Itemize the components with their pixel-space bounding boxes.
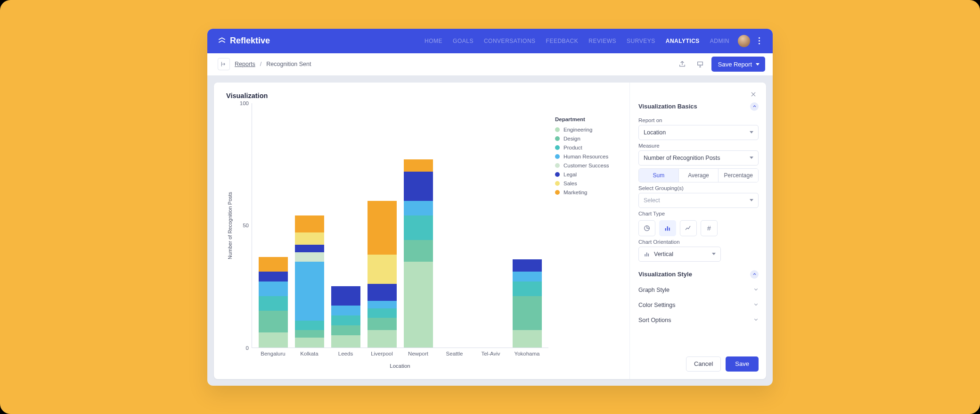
legend-item[interactable]: Product xyxy=(555,145,620,150)
bar-newport[interactable] xyxy=(404,159,433,348)
bar-segment xyxy=(368,330,397,347)
grouping-select[interactable]: Select xyxy=(638,193,759,208)
bar-segment xyxy=(404,240,433,262)
chart-type-pie[interactable] xyxy=(638,220,655,236)
nav-links: HOMEGOALSCONVERSATIONSFEEDBACKREVIEWSSUR… xyxy=(425,38,729,44)
bar-segment xyxy=(295,215,324,232)
top-nav: Reflektive HOMEGOALSCONVERSATIONSFEEDBAC… xyxy=(207,29,773,53)
bar-bengaluru[interactable] xyxy=(259,257,288,348)
bar-yokohama[interactable] xyxy=(513,259,542,347)
bar-segment xyxy=(404,159,433,172)
bar-segment xyxy=(259,282,288,296)
nav-admin[interactable]: ADMIN xyxy=(710,38,729,44)
bar-segment xyxy=(295,338,324,348)
report-on-select[interactable]: Location xyxy=(638,125,759,140)
bar-segment xyxy=(368,308,397,318)
bar-segment xyxy=(295,262,324,320)
chart-type-number[interactable]: # xyxy=(701,220,718,236)
nav-goals[interactable]: GOALS xyxy=(453,38,474,44)
bar-segment xyxy=(368,255,397,284)
bar-segment xyxy=(331,286,360,306)
legend-swatch xyxy=(555,127,560,132)
legend-item[interactable]: Engineering xyxy=(555,127,620,132)
bar-segment xyxy=(368,318,397,330)
bar-segment xyxy=(404,201,433,215)
style-row-color-settings[interactable]: Color Settings xyxy=(638,298,759,313)
present-icon[interactable] xyxy=(694,58,707,71)
style-row-sort-options[interactable]: Sort Options xyxy=(638,313,759,328)
bar-segment xyxy=(259,296,288,311)
style-row-graph-style[interactable]: Graph Style xyxy=(638,282,759,298)
x-tick: Yokohama xyxy=(512,351,542,356)
close-icon[interactable] xyxy=(748,89,759,99)
bar-segment xyxy=(259,332,288,347)
legend-swatch xyxy=(555,145,560,150)
nav-reviews[interactable]: REVIEWS xyxy=(588,38,616,44)
measure-label: Measure xyxy=(638,143,759,149)
share-icon[interactable] xyxy=(676,58,689,71)
chevron-up-icon[interactable] xyxy=(750,270,759,279)
legend-item[interactable]: Human Resources xyxy=(555,154,620,159)
card: Visualization Number of Recognition Post… xyxy=(214,83,766,379)
chevron-up-icon[interactable] xyxy=(750,102,759,111)
x-tick: Kolkata xyxy=(294,351,324,356)
nav-surveys[interactable]: SURVEYS xyxy=(627,38,655,44)
agg-percentage[interactable]: Percentage xyxy=(718,169,758,182)
nav-analytics[interactable]: ANALYTICS xyxy=(666,38,700,44)
agg-average[interactable]: Average xyxy=(678,169,719,182)
bar-segment xyxy=(368,284,397,301)
bar-segment xyxy=(259,257,288,272)
legend-item[interactable]: Customer Success xyxy=(555,163,620,168)
bar-segment xyxy=(259,272,288,282)
breadcrumb-reports[interactable]: Reports xyxy=(235,61,255,67)
x-tick: Bengaluru xyxy=(258,351,288,356)
bar-leeds[interactable] xyxy=(331,286,360,348)
x-tick: Seattle xyxy=(440,351,469,356)
chart-type-label: Chart Type xyxy=(638,211,759,216)
nav-home[interactable]: HOME xyxy=(425,38,442,44)
agg-sum[interactable]: Sum xyxy=(639,169,678,182)
nav-feedback[interactable]: FEEDBACK xyxy=(546,38,579,44)
avatar[interactable] xyxy=(738,35,750,47)
cancel-button[interactable]: Cancel xyxy=(686,356,721,372)
caret-down-icon xyxy=(750,199,753,201)
save-report-button[interactable]: Save Report xyxy=(711,57,765,72)
chart-plot xyxy=(252,103,548,348)
legend-swatch xyxy=(555,181,560,186)
legend-swatch xyxy=(555,190,560,195)
legend-swatch xyxy=(555,163,560,168)
aggregate-toggle: SumAveragePercentage xyxy=(638,168,759,182)
legend-item[interactable]: Design xyxy=(555,136,620,141)
chevron-down-icon xyxy=(753,317,759,323)
nav-conversations[interactable]: CONVERSATIONS xyxy=(484,38,536,44)
chart-type-line[interactable] xyxy=(680,220,697,236)
overflow-menu-icon[interactable] xyxy=(754,35,764,47)
legend-item[interactable]: Sales xyxy=(555,181,620,186)
measure-select[interactable]: Number of Recognition Posts xyxy=(638,150,759,166)
save-button[interactable]: Save xyxy=(726,356,759,372)
x-axis-label: Location xyxy=(226,356,548,372)
bar-segment xyxy=(295,252,324,262)
chart-type-bar[interactable] xyxy=(659,220,676,236)
x-tick: Leeds xyxy=(331,351,360,356)
bar-segment xyxy=(368,301,397,308)
caret-down-icon xyxy=(756,63,760,66)
bar-segment xyxy=(295,330,324,338)
legend-item[interactable]: Marketing xyxy=(555,190,620,195)
action-bar: Reports / Recognition Sent Save Report xyxy=(207,53,773,76)
orientation-select[interactable]: Vertical xyxy=(638,247,721,262)
y-tick: 0 xyxy=(246,345,249,351)
bar-liverpool[interactable] xyxy=(368,201,397,348)
bar-segment xyxy=(513,330,542,347)
bar-segment xyxy=(513,259,542,272)
caret-down-icon xyxy=(712,253,716,255)
section-visualization-basics: Visualization Basics xyxy=(638,102,759,111)
exit-icon[interactable] xyxy=(218,58,230,70)
orientation-label: Chart Orientation xyxy=(638,239,759,245)
x-ticks: BengaluruKolkataLeedsLiverpoolNewportSea… xyxy=(226,348,548,356)
bar-kolkata[interactable] xyxy=(295,215,324,348)
chevron-down-icon xyxy=(753,287,759,293)
legend-item[interactable]: Legal xyxy=(555,172,620,177)
section-visualization-style: Visualization Style xyxy=(638,270,759,279)
caret-down-icon xyxy=(750,131,753,133)
